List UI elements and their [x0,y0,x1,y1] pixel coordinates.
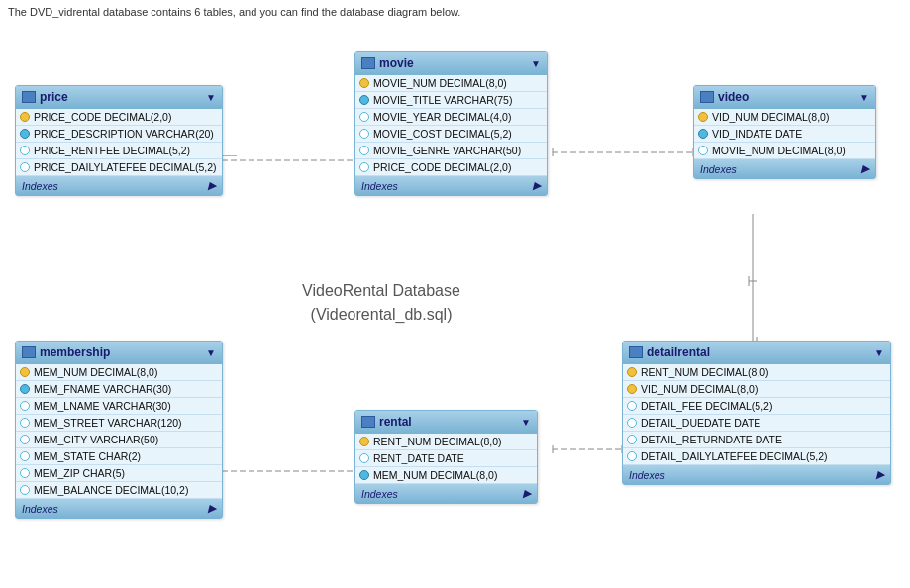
field-icon [359,112,369,122]
table-video-name: video [718,90,749,104]
table-rental: rental ▼ RENT_NUM DECIMAL(8,0) RENT_DATE… [354,410,538,504]
table-detailrental-footer[interactable]: Indexes ▶ [623,465,890,484]
table-row: VID_NUM DECIMAL(8,0) [694,109,875,126]
table-membership-name: membership [40,345,110,359]
field-icon [359,146,369,155]
key-icon [20,367,30,377]
diagram-area: ─── price ▼ PRICE_CO [0,24,910,578]
table-row: MOVIE_COST DECIMAL(5,2) [355,126,547,143]
table-rental-arrow: ▼ [521,417,531,428]
field-icon [627,401,637,411]
fk-icon [359,95,369,105]
fk-icon [698,129,708,139]
page-description: The DVD_vidrental database contains 6 ta… [0,0,910,24]
field-icon [20,162,30,172]
table-row: MOVIE_GENRE VARCHAR(50) [355,143,547,159]
table-rental-name: rental [379,415,412,429]
table-row: DETAIL_RETURNDATE DATE [623,432,890,448]
table-icon [22,346,36,358]
table-video: video ▼ VID_NUM DECIMAL(8,0) VID_INDATE … [693,85,876,179]
table-row: RENT_NUM DECIMAL(8,0) [623,364,890,381]
table-row: MEM_BALANCE DECIMAL(10,2) [16,482,222,499]
table-rental-header: rental ▼ [355,411,537,434]
table-icon [700,91,714,103]
table-price-arrow: ▼ [206,92,216,103]
table-row: MOVIE_NUM DECIMAL(8,0) [355,75,547,92]
field-icon [359,453,369,463]
table-movie: movie ▼ MOVIE_NUM DECIMAL(8,0) MOVIE_TIT… [354,51,548,196]
table-video-header: video ▼ [694,86,875,109]
field-icon [20,418,30,428]
table-row: PRICE_RENTFEE DECIMAL(5,2) [16,143,222,159]
table-row: PRICE_DAILYLATEFEE DECIMAL(5,2) [16,159,222,176]
table-movie-name: movie [379,56,414,70]
table-row: MOVIE_YEAR DECIMAL(4,0) [355,109,547,126]
table-membership: membership ▼ MEM_NUM DECIMAL(8,0) MEM_FN… [15,341,223,519]
table-row: DETAIL_DUEDATE DATE [623,415,890,432]
table-video-arrow: ▼ [859,92,869,103]
fk-icon [359,470,369,480]
table-row: MEM_ZIP CHAR(5) [16,465,222,482]
table-row: VID_NUM DECIMAL(8,0) [623,381,890,398]
table-video-footer[interactable]: Indexes ▶ [694,159,875,178]
table-row: VID_INDATE DATE [694,126,875,143]
center-label-line2: (Videorental_db.sql) [267,303,495,327]
field-icon [359,162,369,172]
table-row: MEM_NUM DECIMAL(8,0) [16,364,222,381]
table-detailrental-name: detailrental [647,345,710,359]
field-icon [627,451,637,461]
table-membership-rows: MEM_NUM DECIMAL(8,0) MEM_FNAME VARCHAR(3… [16,364,222,499]
key-icon [627,384,637,394]
table-membership-header: membership ▼ [16,342,222,364]
table-row: DETAIL_FEE DECIMAL(5,2) [623,398,890,415]
table-video-rows: VID_NUM DECIMAL(8,0) VID_INDATE DATE MOV… [694,109,875,159]
table-icon [361,57,375,69]
table-detailrental-rows: RENT_NUM DECIMAL(8,0) VID_NUM DECIMAL(8,… [623,364,890,465]
field-icon [359,129,369,139]
table-price-header: price ▼ [16,86,222,109]
table-row: MEM_STATE CHAR(2) [16,448,222,465]
field-icon [627,435,637,444]
field-icon [20,485,30,495]
table-row: PRICE_CODE DECIMAL(2,0) [16,109,222,126]
key-icon [698,112,708,122]
field-icon [20,468,30,478]
table-movie-rows: MOVIE_NUM DECIMAL(8,0) MOVIE_TITLE VARCH… [355,75,547,176]
table-rental-rows: RENT_NUM DECIMAL(8,0) RENT_DATE DATE MEM… [355,434,537,484]
field-icon [698,146,708,155]
field-icon [20,451,30,461]
table-price: price ▼ PRICE_CODE DECIMAL(2,0) PRICE_DE… [15,85,223,196]
table-row: RENT_NUM DECIMAL(8,0) [355,434,537,450]
key-icon [359,78,369,88]
table-row: MEM_LNAME VARCHAR(30) [16,398,222,415]
table-row: MEM_FNAME VARCHAR(30) [16,381,222,398]
field-icon [627,418,637,428]
table-movie-header: movie ▼ [355,52,547,75]
fk-icon [20,129,30,139]
table-icon [629,346,643,358]
table-icon [361,416,375,428]
center-label-line1: VideoRental Database [267,279,495,303]
table-detailrental-header: detailrental ▼ [623,342,890,364]
center-label: VideoRental Database (Videorental_db.sql… [267,279,495,327]
field-icon [20,146,30,155]
table-rental-footer[interactable]: Indexes ▶ [355,484,537,503]
table-price-footer[interactable]: Indexes ▶ [16,176,222,195]
field-icon [20,435,30,444]
fk-icon [20,384,30,394]
table-detailrental: detailrental ▼ RENT_NUM DECIMAL(8,0) VID… [622,341,891,485]
key-icon [359,437,369,446]
table-row: DETAIL_DAILYLATEFEE DECIMAL(5,2) [623,448,890,465]
key-icon [627,367,637,377]
table-row: PRICE_DESCRIPTION VARCHAR(20) [16,126,222,143]
table-row: PRICE_CODE DECIMAL(2,0) [355,159,547,176]
table-row: MOVIE_NUM DECIMAL(8,0) [694,143,875,159]
table-membership-footer[interactable]: Indexes ▶ [16,499,222,518]
table-row: MEM_CITY VARCHAR(50) [16,432,222,448]
table-row: RENT_DATE DATE [355,450,537,467]
field-icon [20,401,30,411]
table-price-rows: PRICE_CODE DECIMAL(2,0) PRICE_DESCRIPTIO… [16,109,222,176]
table-movie-arrow: ▼ [531,58,541,69]
table-row: MEM_STREET VARCHAR(120) [16,415,222,432]
table-movie-footer[interactable]: Indexes ▶ [355,176,547,195]
